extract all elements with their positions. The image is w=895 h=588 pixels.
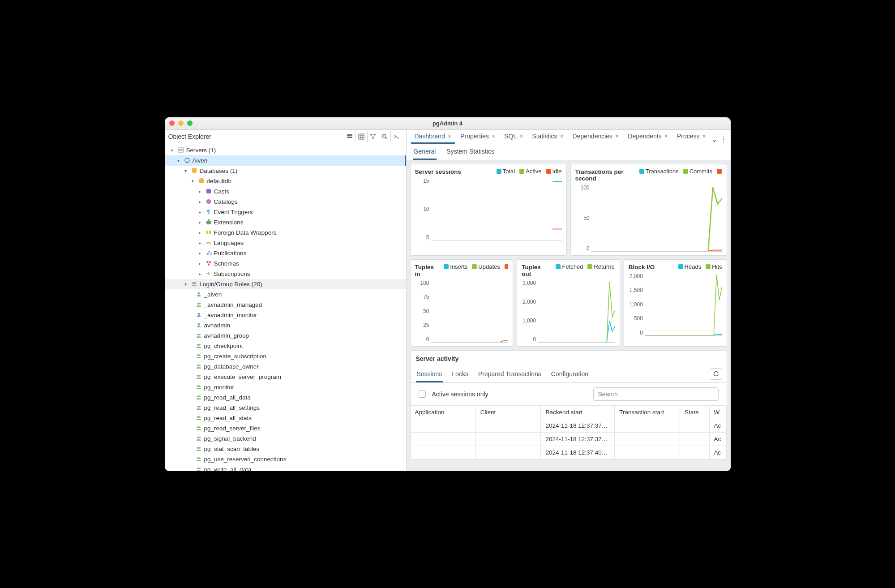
tree-item-role-_avnadmin_managed[interactable]: _avnadmin_managed bbox=[165, 300, 406, 310]
tab-sql[interactable]: SQL× bbox=[501, 130, 527, 144]
chevron-right-icon[interactable]: ▸ bbox=[197, 270, 203, 277]
chevron-down-icon[interactable]: ▾ bbox=[183, 167, 189, 174]
chevron-right-icon[interactable]: ▸ bbox=[197, 229, 203, 236]
tree-item-servers[interactable]: ▾Servers (1) bbox=[165, 145, 406, 155]
tree-item-role-pg_read_all_stats[interactable]: pg_read_all_stats bbox=[165, 413, 406, 423]
category-icon bbox=[205, 249, 212, 257]
category-icon bbox=[205, 229, 212, 236]
tree-item-role-pg_monitor[interactable]: pg_monitor bbox=[165, 382, 406, 392]
tree-item-casts[interactable]: ▸Casts bbox=[165, 186, 406, 197]
tree-item-login-roles[interactable]: ▾Login/Group Roles (20) bbox=[165, 279, 406, 289]
refresh-button[interactable] bbox=[710, 368, 722, 380]
chevron-right-icon[interactable]: ▸ bbox=[197, 188, 203, 194]
tree-item-schemas[interactable]: ▸Schemas bbox=[165, 258, 406, 269]
psql-button[interactable] bbox=[391, 131, 403, 142]
chevron-right-icon[interactable]: ▸ bbox=[197, 240, 203, 246]
sa-tab-locks[interactable]: Locks bbox=[451, 367, 469, 382]
tree-item-languages[interactable]: ▸Languages bbox=[165, 238, 406, 248]
sa-tab-sessions[interactable]: Sessions bbox=[416, 367, 443, 382]
tree-item-extensions[interactable]: ▸Extensions bbox=[165, 217, 406, 227]
svg-point-54 bbox=[197, 437, 199, 438]
tab-statistics[interactable]: Statistics× bbox=[528, 130, 567, 144]
tab-dependencies[interactable]: Dependencies× bbox=[569, 130, 623, 144]
role-icon bbox=[195, 332, 202, 339]
table-row[interactable]: 2024-11-18 12:37:37…Ac bbox=[411, 432, 727, 446]
tree-item-role-pg_read_all_settings[interactable]: pg_read_all_settings bbox=[165, 403, 406, 413]
close-icon[interactable]: × bbox=[664, 133, 668, 140]
tree-item-role-pg_read_all_data[interactable]: pg_read_all_data bbox=[165, 392, 406, 403]
tree-item-role-pg_execute_server_program[interactable]: pg_execute_server_program bbox=[165, 372, 406, 382]
svg-point-50 bbox=[197, 416, 199, 418]
subtab-general[interactable]: General bbox=[413, 144, 437, 160]
tree-item-event-triggers[interactable]: ▸Event Triggers bbox=[165, 207, 406, 217]
table-header[interactable]: W bbox=[709, 405, 726, 419]
tabs-menu-icon[interactable]: ⋮ bbox=[720, 135, 727, 144]
subtab-system-statistics[interactable]: System Statistics bbox=[445, 144, 495, 160]
tree-item-defaultdb[interactable]: ▾defaultdb bbox=[165, 176, 406, 186]
close-icon[interactable]: × bbox=[519, 133, 523, 140]
table-header[interactable]: Client bbox=[475, 405, 541, 419]
sa-tab-configuration[interactable]: Configuration bbox=[550, 367, 589, 382]
role-icon bbox=[195, 466, 202, 471]
table-header[interactable]: Transaction start bbox=[615, 405, 680, 419]
tree-item-databases[interactable]: ▾Databases (1) bbox=[165, 166, 406, 176]
tree-item-role-_avnadmin_monitor[interactable]: _avnadmin_monitor bbox=[165, 310, 406, 320]
tree-item-role-_aiven[interactable]: _aiven bbox=[165, 289, 406, 300]
tree-item-role-pg_use_reserved_connections[interactable]: pg_use_reserved_connections bbox=[165, 454, 406, 464]
search-input[interactable] bbox=[593, 387, 719, 401]
tree-item-role-pg_database_owner[interactable]: pg_database_owner bbox=[165, 361, 406, 372]
tabs-overflow-icon[interactable]: ⌄ bbox=[711, 135, 717, 144]
chevron-right-icon[interactable]: ▸ bbox=[197, 198, 203, 205]
chevron-right-icon[interactable]: ▸ bbox=[197, 260, 203, 266]
tree-item-foreign-data-wrappers[interactable]: ▸Foreign Data Wrappers bbox=[165, 227, 406, 238]
tree-item-role-pg_write_all_data[interactable]: pg_write_all_data bbox=[165, 464, 406, 471]
filter-button[interactable] bbox=[368, 131, 379, 142]
close-icon[interactable]: × bbox=[702, 133, 706, 140]
tree-item-role-pg_stat_scan_tables[interactable]: pg_stat_scan_tables bbox=[165, 444, 406, 454]
chart-title: Block I/O bbox=[629, 264, 655, 270]
sa-tab-prepared-transactions[interactable]: Prepared Transactions bbox=[477, 367, 542, 382]
table-row[interactable]: 2024-11-18 12:37:40…Ac bbox=[411, 446, 727, 459]
tab-dependents[interactable]: Dependents× bbox=[624, 130, 672, 144]
chevron-right-icon[interactable]: ▸ bbox=[197, 250, 203, 256]
database-icon bbox=[198, 177, 205, 185]
view-data-button[interactable] bbox=[356, 131, 368, 142]
chevron-right-icon[interactable]: ▸ bbox=[197, 219, 203, 225]
tab-properties[interactable]: Properties× bbox=[457, 130, 499, 144]
tree-item-role-pg_signal_backend[interactable]: pg_signal_backend bbox=[165, 433, 406, 444]
chevron-down-icon[interactable]: ▾ bbox=[176, 157, 182, 163]
close-icon[interactable]: × bbox=[448, 133, 451, 140]
y-axis: 15105 bbox=[415, 178, 431, 240]
tab-dashboard[interactable]: Dashboard× bbox=[411, 130, 455, 144]
category-icon bbox=[205, 260, 212, 267]
tree-item-role-pg_create_subscription[interactable]: pg_create_subscription bbox=[165, 351, 406, 361]
close-icon[interactable]: × bbox=[560, 133, 563, 140]
role-icon bbox=[195, 435, 202, 442]
tree-item-aiven[interactable]: ▾Aiven bbox=[165, 155, 406, 166]
table-row[interactable]: 2024-11-18 12:37:37…Ac bbox=[411, 419, 727, 432]
object-explorer-sidebar: Object Explorer ▾Servers (1)▾Aiven▾Datab… bbox=[165, 130, 407, 471]
table-header[interactable]: Application bbox=[411, 405, 476, 419]
close-icon[interactable]: × bbox=[492, 133, 495, 140]
chevron-right-icon[interactable]: ▸ bbox=[197, 209, 203, 215]
query-tool-button[interactable] bbox=[344, 131, 356, 142]
tree-item-role-pg_checkpoint[interactable]: pg_checkpoint bbox=[165, 341, 406, 351]
chevron-down-icon[interactable]: ▾ bbox=[190, 178, 196, 184]
svg-point-60 bbox=[197, 468, 199, 469]
table-header[interactable]: Backend start bbox=[541, 405, 615, 419]
tree-item-publications[interactable]: ▸Publications bbox=[165, 248, 406, 258]
tree[interactable]: ▾Servers (1)▾Aiven▾Databases (1)▾default… bbox=[165, 144, 406, 471]
search-button[interactable] bbox=[379, 131, 391, 142]
tree-item-role-avnadmin[interactable]: avnadmin bbox=[165, 320, 406, 330]
active-sessions-only-checkbox[interactable] bbox=[419, 391, 426, 398]
tab-process[interactable]: Process× bbox=[673, 130, 710, 144]
tree-item-subscriptions[interactable]: ▸Subscriptions bbox=[165, 269, 406, 279]
close-icon[interactable]: × bbox=[615, 133, 619, 140]
tree-item-catalogs[interactable]: ▸Catalogs bbox=[165, 197, 406, 207]
chevron-down-icon[interactable]: ▾ bbox=[169, 147, 176, 153]
tree-item-role-avnadmin_group[interactable]: avnadmin_group bbox=[165, 330, 406, 341]
table-header[interactable]: State bbox=[680, 405, 709, 419]
tree-item-role-pg_read_server_files[interactable]: pg_read_server_files bbox=[165, 423, 406, 433]
svg-point-37 bbox=[199, 344, 201, 346]
chevron-down-icon[interactable]: ▾ bbox=[183, 281, 189, 287]
